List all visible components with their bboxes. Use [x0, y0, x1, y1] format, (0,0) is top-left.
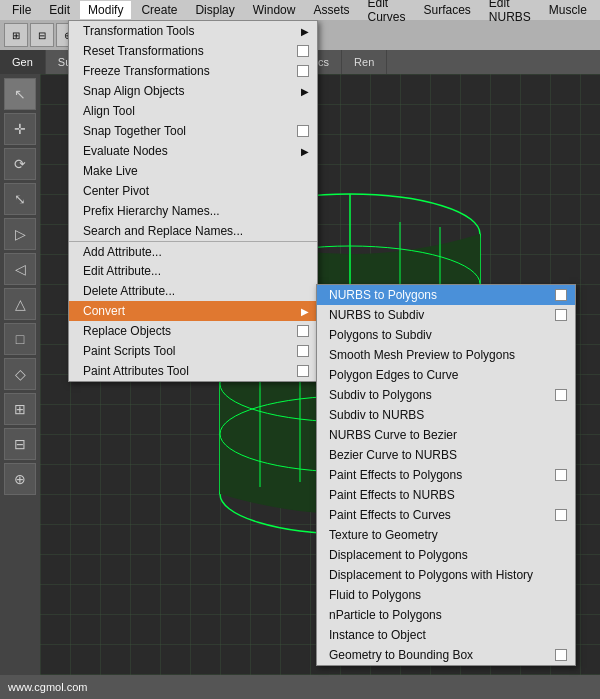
toolbar-btn-7[interactable]: △ — [160, 23, 184, 47]
menu-edit-nurbs[interactable]: Edit NURBS — [481, 0, 539, 26]
toolbar-btn-10[interactable]: ⊞ — [238, 23, 262, 47]
viewport[interactable] — [40, 74, 600, 675]
lt-select[interactable]: ↖ — [4, 78, 36, 110]
tab-animation[interactable]: Animation — [195, 50, 269, 74]
menu-create[interactable]: Create — [133, 1, 185, 19]
lt-tool10[interactable]: ⊞ — [4, 393, 36, 425]
lt-move[interactable]: ✛ — [4, 113, 36, 145]
toolbar-btn-11[interactable]: ⬛ — [264, 23, 288, 47]
tab-gen[interactable]: Gen — [0, 50, 46, 74]
toolbar-btn-1[interactable]: ⊞ — [4, 23, 28, 47]
viewport-svg — [40, 74, 600, 675]
menu-edit[interactable]: Edit — [41, 1, 78, 19]
menu-display[interactable]: Display — [187, 1, 242, 19]
lt-tool6[interactable]: ◁ — [4, 253, 36, 285]
lt-tool9[interactable]: ◇ — [4, 358, 36, 390]
left-toolbar: ↖ ✛ ⟳ ⤡ ▷ ◁ △ □ ◇ ⊞ ⊟ ⊕ — [0, 74, 40, 675]
toolbar-btn-12[interactable]: ● — [290, 23, 314, 47]
statusbar: www.cgmol.com — [0, 675, 600, 699]
menu-assets[interactable]: Assets — [305, 1, 357, 19]
menu-window[interactable]: Window — [245, 1, 304, 19]
menu-edit-curves[interactable]: Edit Curves — [359, 0, 413, 26]
tab-subdivs[interactable]: Subdivs — [46, 50, 110, 74]
lt-tool5[interactable]: ▷ — [4, 218, 36, 250]
lt-rotate[interactable]: ⟳ — [4, 148, 36, 180]
lt-tool12[interactable]: ⊕ — [4, 463, 36, 495]
toolbar-btn-2[interactable]: ⊟ — [30, 23, 54, 47]
menu-muscle[interactable]: Muscle — [541, 1, 595, 19]
menu-file[interactable]: File — [4, 1, 39, 19]
lt-tool11[interactable]: ⊟ — [4, 428, 36, 460]
tab-deformation[interactable]: Deformation — [110, 50, 195, 74]
tab-dynamics[interactable]: Dynamics — [269, 50, 342, 74]
menu-bar: File Edit Modify Create Display Window A… — [0, 0, 600, 20]
tabs-row: Gen Subdivs Deformation Animation Dynami… — [0, 50, 600, 74]
lt-tool8[interactable]: □ — [4, 323, 36, 355]
lt-tool7[interactable]: △ — [4, 288, 36, 320]
menu-modify[interactable]: Modify — [80, 1, 131, 19]
toolbar-btn-9[interactable]: ⟳ — [212, 23, 236, 47]
tab-ren[interactable]: Ren — [342, 50, 387, 74]
statusbar-logo: www.cgmol.com — [8, 681, 87, 693]
menu-surfaces[interactable]: Surfaces — [415, 1, 478, 19]
toolbar-btn-6[interactable]: ⬡ — [134, 23, 158, 47]
toolbar-btn-3[interactable]: ⊕ — [56, 23, 80, 47]
toolbar-btn-8[interactable]: ◁ — [186, 23, 210, 47]
toolbar-btn-4[interactable]: ⊗ — [82, 23, 106, 47]
toolbar-btn-5[interactable]: ▷ — [108, 23, 132, 47]
lt-scale[interactable]: ⤡ — [4, 183, 36, 215]
